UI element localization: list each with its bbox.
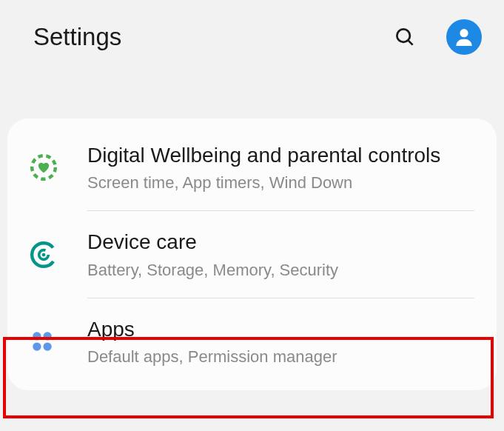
svg-point-0	[397, 29, 410, 42]
list-item-subtitle: Screen time, App timers, Wind Down	[87, 173, 474, 193]
account-button[interactable]	[446, 19, 482, 55]
list-item-title: Apps	[87, 316, 474, 343]
heart-circle-icon	[30, 153, 65, 181]
list-item-subtitle: Default apps, Permission manager	[87, 347, 474, 367]
settings-item-digital-wellbeing[interactable]: Digital Wellbeing and parental controls …	[7, 124, 497, 210]
svg-point-8	[43, 332, 51, 340]
refresh-circle-icon	[30, 241, 65, 269]
list-item-title: Digital Wellbeing and parental controls	[87, 142, 474, 169]
svg-point-9	[33, 342, 41, 350]
apps-grid-icon	[30, 329, 65, 354]
settings-list-card: Digital Wellbeing and parental controls …	[7, 118, 497, 390]
svg-point-6	[42, 253, 46, 256]
svg-line-1	[408, 40, 412, 44]
svg-point-7	[33, 332, 41, 340]
list-item-title: Device care	[87, 229, 474, 255]
svg-point-2	[460, 29, 468, 37]
settings-item-device-care[interactable]: Device care Battery, Storage, Memory, Se…	[7, 211, 497, 297]
svg-point-10	[43, 342, 51, 350]
list-item-content: Apps Default apps, Permission manager	[87, 316, 474, 367]
list-item-subtitle: Battery, Storage, Memory, Security	[87, 261, 474, 280]
list-item-content: Digital Wellbeing and parental controls …	[87, 142, 474, 193]
search-button[interactable]	[389, 21, 421, 53]
search-icon	[394, 26, 416, 48]
list-item-content: Device care Battery, Storage, Memory, Se…	[87, 229, 474, 279]
settings-item-apps[interactable]: Apps Default apps, Permission manager	[7, 298, 497, 384]
person-icon	[452, 25, 476, 49]
settings-header: Settings	[0, 0, 504, 74]
page-title: Settings	[33, 23, 377, 51]
